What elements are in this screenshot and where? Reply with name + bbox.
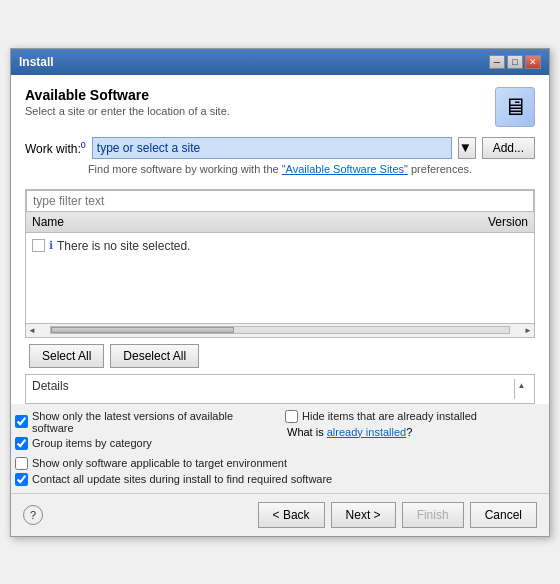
table-row: ℹ There is no site selected. bbox=[32, 237, 528, 255]
show-applicable-checkbox[interactable] bbox=[15, 457, 28, 470]
finish-button[interactable]: Finish bbox=[402, 502, 464, 528]
deselect-all-button[interactable]: Deselect All bbox=[110, 344, 199, 368]
contact-update-row: Contact all update sites during install … bbox=[15, 473, 545, 486]
details-section: Details ▲ bbox=[25, 374, 535, 404]
hide-installed-checkbox[interactable] bbox=[285, 410, 298, 423]
scroll-up-arrow[interactable]: ▲ bbox=[518, 381, 526, 390]
select-all-button[interactable]: Select All bbox=[29, 344, 104, 368]
col-name-header: Name bbox=[32, 215, 64, 229]
table-header: Name Version bbox=[26, 212, 534, 233]
options-section: Show only the latest versions of availab… bbox=[11, 404, 549, 493]
add-button[interactable]: Add... bbox=[482, 137, 535, 159]
software-table: Name Version ℹ There is no site selected… bbox=[25, 212, 535, 324]
scroll-right-arrow[interactable]: ► bbox=[524, 326, 532, 335]
site-dropdown[interactable]: ▼ bbox=[458, 137, 476, 159]
horizontal-scrollbar[interactable]: ◄ ► bbox=[25, 324, 535, 338]
col-version-header: Version bbox=[488, 215, 528, 229]
nav-buttons: < Back Next > Finish Cancel bbox=[258, 502, 537, 528]
close-button[interactable]: ✕ bbox=[525, 55, 541, 69]
window-controls: ─ □ ✕ bbox=[489, 55, 541, 69]
option-left-1: Show only the latest versions of availab… bbox=[15, 410, 275, 453]
header-icon bbox=[495, 87, 535, 127]
details-scrollbar[interactable]: ▲ bbox=[514, 379, 528, 399]
row-text: There is no site selected. bbox=[57, 239, 190, 253]
already-installed-link[interactable]: already installed bbox=[327, 426, 407, 438]
filter-border bbox=[25, 189, 535, 212]
contact-update-checkbox[interactable] bbox=[15, 473, 28, 486]
hide-installed-label: Hide items that are already installed bbox=[302, 410, 477, 422]
available-software-sites-link[interactable]: "Available Software Sites" bbox=[282, 163, 408, 175]
scroll-thumb[interactable] bbox=[51, 327, 234, 333]
hide-installed-row: Hide items that are already installed bbox=[285, 410, 545, 423]
help-button[interactable]: ? bbox=[23, 505, 43, 525]
group-by-category-label: Group items by category bbox=[32, 437, 152, 449]
title-bar: Install ─ □ ✕ bbox=[11, 49, 549, 75]
bottom-bar: ? < Back Next > Finish Cancel bbox=[11, 493, 549, 536]
find-more-row: Find more software by working with the "… bbox=[25, 163, 535, 175]
group-by-category-checkbox[interactable] bbox=[15, 437, 28, 450]
work-with-label: Work with:0 bbox=[25, 140, 86, 156]
header-text: Available Software Select a site or ente… bbox=[25, 87, 230, 117]
option-right-1: Hide items that are already installed Wh… bbox=[285, 410, 545, 438]
filter-input[interactable] bbox=[26, 190, 534, 212]
install-window: Install ─ □ ✕ Available Software Select … bbox=[10, 48, 550, 537]
contact-update-label: Contact all update sites during install … bbox=[32, 473, 332, 485]
show-latest-row: Show only the latest versions of availab… bbox=[15, 410, 275, 434]
page-title: Available Software bbox=[25, 87, 230, 103]
page-subtitle: Select a site or enter the location of a… bbox=[25, 105, 230, 117]
table-area: Name Version ℹ There is no site selected… bbox=[11, 189, 549, 338]
monitor-icon bbox=[503, 93, 527, 121]
scroll-left-arrow[interactable]: ◄ bbox=[28, 326, 36, 335]
main-content: Available Software Select a site or ente… bbox=[11, 75, 549, 189]
section-header: Available Software Select a site or ente… bbox=[25, 87, 535, 127]
back-button[interactable]: < Back bbox=[258, 502, 325, 528]
row-checkbox[interactable] bbox=[32, 239, 45, 252]
minimize-button[interactable]: ─ bbox=[489, 55, 505, 69]
show-latest-label: Show only the latest versions of availab… bbox=[32, 410, 275, 434]
site-input[interactable] bbox=[92, 137, 452, 159]
next-button[interactable]: Next > bbox=[331, 502, 396, 528]
show-applicable-row: Show only software applicable to target … bbox=[15, 457, 545, 470]
info-icon: ℹ bbox=[49, 239, 53, 252]
options-row-1: Show only the latest versions of availab… bbox=[15, 410, 545, 453]
scroll-track bbox=[50, 326, 510, 334]
table-body: ℹ There is no site selected. bbox=[26, 233, 534, 323]
details-area: Details ▲ bbox=[11, 374, 549, 404]
select-buttons-area: Select All Deselect All bbox=[11, 338, 549, 374]
details-label: Details bbox=[32, 379, 69, 399]
show-latest-checkbox[interactable] bbox=[15, 415, 28, 428]
window-title: Install bbox=[19, 55, 54, 69]
group-by-category-row: Group items by category bbox=[15, 437, 275, 450]
select-buttons-row: Select All Deselect All bbox=[25, 338, 535, 374]
cancel-button[interactable]: Cancel bbox=[470, 502, 537, 528]
show-applicable-label: Show only software applicable to target … bbox=[32, 457, 287, 469]
maximize-button[interactable]: □ bbox=[507, 55, 523, 69]
work-with-row: Work with:0 ▼ Add... bbox=[25, 137, 535, 159]
already-installed-row: What is already installed? bbox=[285, 426, 545, 438]
